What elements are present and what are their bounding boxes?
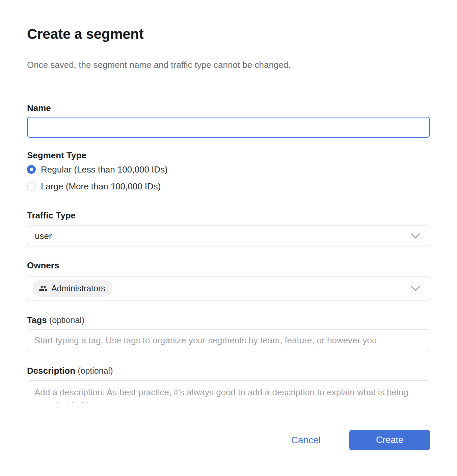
traffic-type-select[interactable]: user (27, 226, 430, 246)
traffic-type-label: Traffic Type (27, 210, 430, 221)
radio-unselected-icon (27, 182, 36, 191)
people-icon (39, 284, 48, 293)
owner-chip-administrators[interactable]: Administrators (33, 280, 113, 297)
dialog-subtitle: Once saved, the segment name and traffic… (27, 59, 430, 70)
description-label: Description (optional) (27, 365, 430, 376)
tags-optional-hint: (optional) (49, 315, 84, 325)
dialog-footer: Cancel Create (27, 430, 430, 450)
chevron-down-icon (411, 286, 420, 291)
radio-option-label: Regular (Less than 100,000 IDs) (41, 164, 168, 175)
traffic-type-field: Traffic Type user (27, 210, 430, 246)
description-textarea-clip (27, 380, 430, 403)
owners-field: Owners Administrators (27, 260, 430, 300)
create-segment-dialog: Create a segment Once saved, the segment… (0, 0, 457, 450)
create-button[interactable]: Create (349, 430, 430, 450)
tags-field: Tags (optional) (27, 315, 430, 351)
radio-selected-icon (27, 165, 36, 174)
owner-chip-label: Administrators (51, 284, 105, 293)
segment-type-option-regular[interactable]: Regular (Less than 100,000 IDs) (27, 165, 430, 174)
description-textarea[interactable] (27, 380, 430, 403)
description-optional-hint: (optional) (78, 366, 113, 375)
chevron-down-icon (411, 233, 420, 239)
name-label: Name (27, 103, 430, 113)
owners-label: Owners (27, 260, 430, 271)
traffic-type-value: user (35, 231, 52, 241)
tags-input[interactable] (27, 329, 430, 351)
segment-type-group: Segment Type Regular (Less than 100,000 … (27, 150, 430, 191)
segment-type-label: Segment Type (27, 150, 430, 161)
owners-select[interactable]: Administrators (27, 276, 430, 300)
description-field: Description (optional) (27, 365, 430, 403)
radio-option-label: Large (More than 100,000 IDs) (41, 181, 161, 192)
cancel-button[interactable]: Cancel (291, 435, 321, 446)
tags-label: Tags (optional) (27, 315, 430, 325)
name-field: Name (27, 103, 430, 138)
segment-type-option-large[interactable]: Large (More than 100,000 IDs) (27, 182, 430, 191)
dialog-title: Create a segment (27, 26, 430, 43)
name-input[interactable] (27, 117, 430, 138)
